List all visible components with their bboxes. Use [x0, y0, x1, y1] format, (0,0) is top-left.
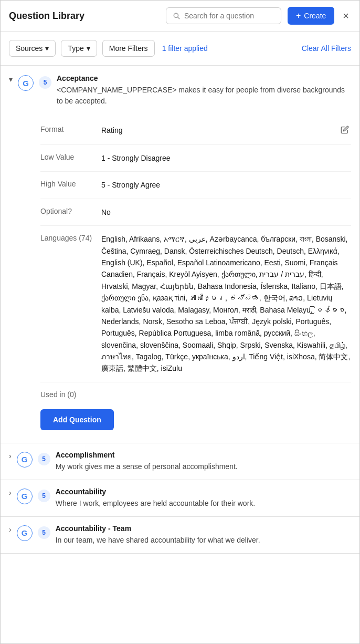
- add-question-button[interactable]: Add Question: [40, 409, 114, 430]
- detail-row-high-value: High Value 5 - Strongly Agree: [40, 172, 351, 199]
- count-badge-2: 5: [38, 526, 50, 539]
- question-item-collapsed-2: › G 5 Accountability - Team In our team,…: [1, 517, 359, 554]
- question-body-0: My work gives me a sense of personal acc…: [56, 461, 351, 472]
- optional-label: Optional?: [40, 206, 93, 215]
- chevron-down-icon: ▾: [87, 44, 90, 53]
- edit-format-button[interactable]: [338, 124, 351, 137]
- svg-line-1: [178, 17, 179, 19]
- expand-icon-0: ›: [9, 452, 12, 460]
- svg-point-0: [174, 13, 178, 17]
- low-value-value: 1 - Strongly Disagree: [101, 152, 351, 164]
- source-badge-2: G: [17, 525, 33, 541]
- type-label: Type: [68, 44, 83, 53]
- count-badge: 5: [39, 76, 51, 89]
- expand-icon-1: ›: [9, 489, 12, 497]
- question-body: <COMPANY_NAME_UPPERCASE> makes it easy f…: [57, 85, 351, 107]
- filters-row: Sources ▾ Type ▾ More Filters 1 filter a…: [1, 32, 359, 66]
- question-item-expanded: ▾ G 5 Acceptance <COMPANY_NAME_UPPERCASE…: [1, 66, 359, 443]
- question-list: ▾ G 5 Acceptance <COMPANY_NAME_UPPERCASE…: [1, 66, 359, 554]
- question-category-2: Accountability - Team: [56, 524, 351, 533]
- detail-row-languages: Languages (74) English, Afrikaans, አማርኛ,…: [40, 226, 351, 382]
- more-filters-label: More Filters: [109, 44, 148, 53]
- close-button[interactable]: ×: [341, 8, 351, 24]
- create-button[interactable]: + Create: [288, 7, 334, 25]
- search-bar: [166, 7, 281, 24]
- question-text-0: Accomplishment My work gives me a sense …: [56, 451, 351, 472]
- question-text-1: Accountability Where I work, employees a…: [56, 487, 351, 509]
- source-badge: G: [18, 75, 34, 91]
- plus-icon: +: [296, 11, 301, 20]
- pencil-icon: [341, 126, 349, 134]
- question-header-collapsed-0[interactable]: › G 5 Accomplishment My work gives me a …: [1, 443, 359, 480]
- question-detail: Format Rating Low Value 1 - Strongly Dis…: [1, 113, 359, 443]
- question-item-collapsed-0: › G 5 Accomplishment My work gives me a …: [1, 443, 359, 480]
- optional-value: No: [101, 206, 351, 218]
- more-filters-button[interactable]: More Filters: [102, 40, 155, 57]
- question-header-collapsed-2[interactable]: › G 5 Accountability - Team In our team,…: [1, 517, 359, 553]
- expand-icon-2: ›: [9, 525, 12, 534]
- collapse-icon: ▾: [9, 75, 13, 84]
- collapsed-questions-list: › G 5 Accomplishment My work gives me a …: [1, 443, 359, 554]
- question-body-1: Where I work, employees are held account…: [56, 498, 351, 509]
- question-header-collapsed-1[interactable]: › G 5 Accountability Where I work, emplo…: [1, 480, 359, 516]
- sources-filter-button[interactable]: Sources ▾: [9, 40, 56, 57]
- format-value: Rating: [101, 124, 330, 136]
- count-badge-0: 5: [38, 453, 50, 465]
- source-badge-1: G: [17, 489, 33, 504]
- used-in-label: Used in (0): [40, 390, 93, 399]
- question-text: Acceptance <COMPANY_NAME_UPPERCASE> make…: [57, 74, 351, 107]
- detail-row-low-value: Low Value 1 - Strongly Disagree: [40, 145, 351, 172]
- detail-row-optional: Optional? No: [40, 199, 351, 226]
- clear-all-filters-button[interactable]: Clear All Filters: [302, 44, 351, 53]
- question-body-2: In our team, we have shared accountabili…: [56, 535, 351, 546]
- question-header-expanded[interactable]: ▾ G 5 Acceptance <COMPANY_NAME_UPPERCASE…: [1, 66, 359, 113]
- count-badge-1: 5: [38, 490, 50, 502]
- search-input[interactable]: [184, 12, 274, 20]
- type-filter-button[interactable]: Type ▾: [61, 40, 97, 57]
- high-value-value: 5 - Strongly Agree: [101, 179, 351, 191]
- header: Question Library + Create ×: [1, 1, 359, 32]
- sources-label: Sources: [16, 44, 43, 53]
- question-text-2: Accountability - Team In our team, we ha…: [56, 524, 351, 546]
- format-label: Format: [40, 124, 93, 133]
- question-category-0: Accomplishment: [56, 451, 351, 459]
- filter-applied-label: 1 filter applied: [162, 44, 208, 53]
- create-label: Create: [304, 12, 326, 20]
- close-label: ×: [343, 10, 349, 22]
- detail-row-format: Format Rating: [40, 117, 351, 145]
- languages-value: English, Afrikaans, አማርኛ, عربي, Azərbayc…: [101, 233, 351, 375]
- high-value-label: High Value: [40, 179, 93, 188]
- source-badge-0: G: [17, 452, 33, 468]
- chevron-down-icon: ▾: [45, 44, 49, 53]
- search-icon: [173, 12, 180, 19]
- question-category: Acceptance: [57, 74, 351, 82]
- low-value-label: Low Value: [40, 152, 93, 161]
- languages-label: Languages (74): [40, 233, 93, 242]
- app-title: Question Library: [9, 11, 84, 22]
- detail-row-used-in: Used in (0): [40, 382, 351, 403]
- question-category-1: Accountability: [56, 487, 351, 496]
- question-item-collapsed-1: › G 5 Accountability Where I work, emplo…: [1, 480, 359, 517]
